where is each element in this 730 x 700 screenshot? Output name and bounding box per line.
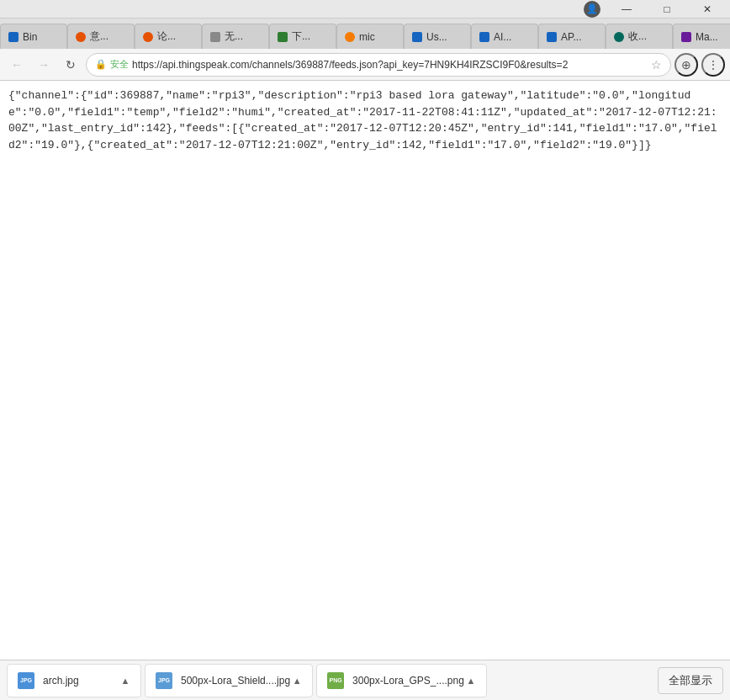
tab-label-lun: 论... [157,29,194,44]
tab-yi1[interactable]: 意... [67,24,135,49]
maximize-button[interactable]: □ [648,0,686,19]
lock-icon: 🔒 [95,59,107,70]
tab-ai[interactable]: AI... [471,24,538,49]
download-icon-arch: JPG [16,671,36,691]
tab-icon-wu [209,31,221,43]
tab-icon-ma [680,31,692,43]
tab-icon-lun [142,31,154,43]
minimize-button[interactable]: — [607,0,646,19]
tab-label-bin: Bin [23,31,60,43]
json-content: {"channel":{"id":369887,"name":"rpi3","d… [8,88,722,153]
download-icon-lora-shield: JPG [154,671,174,691]
tab-icon-xia [277,31,288,43]
tab-icon-ai [479,31,490,43]
tab-us[interactable]: Us... [404,24,471,49]
download-item-lora-shield[interactable]: JPG 500px-Lora_Shield....jpg ▲ [145,664,313,697]
tab-shou[interactable]: 收... [606,24,673,49]
navigation-bar: ← → ↻ 🔒 安全 https://api.thingspeak.com/ch… [0,49,730,81]
download-chevron-arch[interactable]: ▲ [119,674,132,687]
forward-button[interactable]: → [32,53,56,77]
tab-bar: Bin 意... 论... 无... 下... [0,19,730,49]
security-text: 安全 [110,58,129,71]
browser-window: 👤 — □ ✕ Bin 意... 论... [0,0,730,700]
download-item-arch[interactable]: JPG arch.jpg ▲ [7,664,141,697]
tab-icon-bin [8,31,19,43]
tab-bin[interactable]: Bin [0,24,67,49]
download-thumb-arch: JPG [18,672,34,689]
download-icon-lora-gps: PNG [325,671,346,691]
download-thumb-lora-gps: PNG [327,672,344,689]
tab-label-wu: 无... [225,29,262,44]
window-controls: — □ ✕ [607,0,727,19]
tab-label-ai: AI... [494,31,531,43]
tab-icon-ap [546,31,558,43]
tab-label-shou: 收... [628,29,665,44]
menu-button[interactable]: ⋮ [701,53,725,77]
download-chevron-lora-shield[interactable]: ▲ [290,674,304,687]
download-filename-lora-shield: 500px-Lora_Shield....jpg [181,675,290,687]
bookmark-star-icon[interactable]: ☆ [651,58,662,72]
user-avatar: 👤 [584,1,600,18]
tab-lun[interactable]: 论... [135,24,202,49]
tab-ma[interactable]: Ma... [673,24,730,49]
extension-button[interactable]: ⊕ [674,53,698,77]
tab-icon-us [411,31,423,43]
close-button[interactable]: ✕ [688,0,727,19]
address-bar[interactable]: 🔒 安全 https://api.thingspeak.com/channels… [86,53,671,77]
download-chevron-lora-gps[interactable]: ▲ [464,674,478,687]
tab-label-ma: Ma... [696,31,730,43]
refresh-button[interactable]: ↻ [59,53,82,77]
download-filename-lora-gps: 300px-Lora_GPS_....png [352,675,464,687]
download-bar: JPG arch.jpg ▲ JPG 500px-Lora_Shield....… [0,660,730,700]
tab-wu[interactable]: 无... [202,24,269,49]
tab-label-mic: mic [359,31,396,43]
content-area: {"channel":{"id":369887,"name":"rpi3","d… [0,81,730,660]
tab-label-us: Us... [426,31,463,43]
back-button[interactable]: ← [5,53,29,77]
tab-icon-shou [613,31,625,43]
tab-label-xia: 下... [292,29,329,44]
tab-icon-yi1 [75,31,87,43]
download-item-lora-gps[interactable]: PNG 300px-Lora_GPS_....png ▲ [316,664,487,697]
tab-label-yi1: 意... [90,29,127,44]
show-all-downloads-button[interactable]: 全部显示 [658,667,723,694]
download-filename-arch: arch.jpg [43,675,119,687]
tab-ap[interactable]: AP... [538,24,606,49]
url-text: https://api.thingspeak.com/channels/3698… [132,59,648,71]
download-thumb-lora-shield: JPG [156,672,172,689]
tab-icon-mic [344,31,356,43]
user-icon: 👤 [586,3,598,14]
title-bar: 👤 — □ ✕ [0,0,730,19]
tab-mic[interactable]: mic [336,24,404,49]
tab-label-ap: AP... [561,31,598,43]
tab-xia[interactable]: 下... [269,24,336,49]
